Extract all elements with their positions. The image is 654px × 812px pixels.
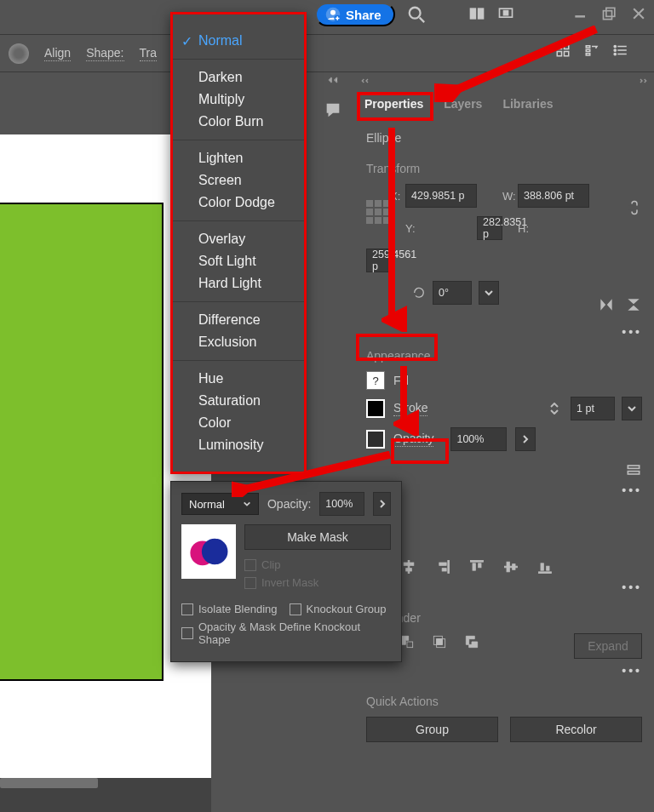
arrange-documents-icon[interactable]: [468, 5, 485, 22]
blend-mode-multiply[interactable]: Multiply: [173, 89, 304, 111]
blend-mode-screen[interactable]: Screen: [173, 169, 304, 192]
clip-checkbox[interactable]: Clip: [261, 558, 280, 571]
svg-rect-38: [442, 569, 446, 571]
blend-mode-color-dodge[interactable]: Color Dodge: [173, 192, 304, 214]
transform-more-options[interactable]: •••: [622, 325, 642, 339]
svg-point-1: [330, 10, 336, 15]
opacity-mask-thumbnail[interactable]: [181, 524, 236, 579]
shape-menu[interactable]: Shape:: [86, 46, 123, 61]
fill-swatch[interactable]: ?: [366, 371, 385, 390]
svg-rect-45: [539, 572, 552, 574]
blend-mode-color[interactable]: Color: [173, 412, 304, 434]
expand-button[interactable]: Expand: [574, 633, 642, 659]
stroke-swatch[interactable]: [366, 399, 385, 418]
align-right-icon[interactable]: [434, 558, 451, 575]
pathfinder-intersect-icon[interactable]: [431, 633, 448, 650]
blend-mode-overlay[interactable]: Overlay: [173, 228, 304, 250]
group-button[interactable]: Group: [366, 717, 498, 742]
blend-mode-menu[interactable]: NormalDarkenMultiplyColor BurnLightenScr…: [170, 12, 307, 474]
align-bottom-icon[interactable]: [536, 558, 554, 575]
rotate-field[interactable]: 0°: [433, 281, 472, 305]
fx-icon[interactable]: [625, 461, 642, 478]
transform-menu[interactable]: Tra: [140, 46, 157, 61]
arrow-appearance-to-opacity: [393, 366, 419, 436]
restore-icon[interactable]: [601, 5, 618, 22]
svg-rect-34: [404, 563, 414, 565]
svg-rect-43: [507, 562, 509, 572]
blend-mode-difference[interactable]: Difference: [173, 309, 304, 331]
svg-rect-28: [628, 466, 639, 468]
blend-mode-exclusion[interactable]: Exclusion: [173, 331, 304, 353]
search-icon[interactable]: [407, 5, 426, 24]
svg-rect-44: [513, 564, 515, 570]
rotate-icon: [412, 286, 426, 300]
pathfinder-more-options[interactable]: •••: [366, 664, 642, 678]
opacity-mask-shape-checkbox[interactable]: Opacity & Mask Define Knockout Shape: [198, 620, 391, 646]
opacity-popup-button[interactable]: [515, 427, 536, 451]
w-field[interactable]: 388.806 pt: [518, 184, 589, 208]
knockout-group-checkbox[interactable]: Knockout Group: [307, 603, 387, 615]
stroke-stepper[interactable]: [550, 398, 564, 419]
svg-rect-47: [547, 566, 549, 570]
blend-mode-lighten[interactable]: Lighten: [173, 147, 304, 169]
isolate-blending-checkbox[interactable]: Isolate Blending: [198, 603, 278, 615]
blend-mode-color-burn[interactable]: Color Burn: [173, 111, 304, 133]
svg-rect-37: [439, 563, 446, 565]
svg-rect-29: [628, 472, 639, 474]
align-more-options[interactable]: •••: [366, 580, 642, 594]
transform-heading: Transform: [366, 162, 642, 175]
collapse-right-icon[interactable]: [634, 77, 647, 85]
flip-vertical-icon[interactable]: [625, 296, 642, 313]
selection-thumb[interactable]: [9, 43, 29, 64]
opacity-swatch[interactable]: [366, 430, 385, 449]
object-type-label: Ellipse: [366, 131, 642, 145]
share-button[interactable]: Share: [315, 3, 395, 26]
blend-mode-soft-light[interactable]: Soft Light: [173, 250, 304, 272]
recolor-button[interactable]: Recolor: [510, 717, 642, 742]
blend-mode-hard-light[interactable]: Hard Light: [173, 272, 304, 294]
stroke-size-field[interactable]: 1 pt: [571, 397, 615, 420]
blend-mode-saturation[interactable]: Saturation: [173, 390, 304, 412]
pathfinder-exclude-icon[interactable]: [463, 633, 480, 650]
highlight-properties-tab: [357, 92, 433, 121]
x-field[interactable]: 429.9851 p: [405, 184, 477, 208]
invert-mask-checkbox[interactable]: Invert Mask: [261, 576, 318, 589]
flip-horizontal-icon[interactable]: [598, 296, 615, 313]
collapse-left-icon[interactable]: [361, 77, 375, 85]
align-hcenter-icon[interactable]: [400, 558, 417, 575]
svg-rect-46: [541, 563, 543, 570]
make-mask-button[interactable]: Make Mask: [244, 524, 391, 550]
quick-actions-heading: Quick Actions: [366, 695, 642, 708]
w-label: W:: [502, 190, 518, 203]
svg-rect-11: [604, 11, 612, 20]
opacity-value-field[interactable]: 100%: [450, 427, 507, 451]
list-icon[interactable]: [613, 43, 628, 58]
blend-mode-darken[interactable]: Darken: [173, 66, 304, 89]
svg-rect-41: [479, 563, 481, 568]
close-icon[interactable]: [630, 5, 647, 22]
y-label: Y:: [405, 222, 477, 235]
artboard[interactable]: [0, 203, 164, 681]
rotate-dropdown[interactable]: [479, 281, 499, 305]
popover-opacity-label: Opacity:: [267, 497, 311, 511]
align-top-icon[interactable]: [468, 558, 485, 575]
align-menu[interactable]: Align: [44, 46, 71, 61]
share-label: Share: [346, 8, 382, 22]
constrain-proportions-icon[interactable]: [627, 192, 642, 223]
scrollbar-horizontal[interactable]: [0, 778, 98, 788]
svg-rect-10: [606, 8, 615, 16]
svg-line-4: [420, 18, 425, 22]
blend-mode-normal[interactable]: Normal: [173, 30, 304, 52]
align-vcenter-icon[interactable]: [502, 558, 519, 575]
arrow-opacity-to-dropdown: [232, 451, 393, 497]
dock-collapse-icon[interactable]: [328, 71, 347, 89]
y-field[interactable]: 282.8351 p: [477, 216, 502, 240]
blend-mode-hue[interactable]: Hue: [173, 368, 304, 390]
appearance-more-options[interactable]: •••: [366, 483, 642, 497]
quick-actions-section: Quick Actions Group Recolor: [354, 684, 654, 749]
comment-panel-icon[interactable]: [324, 100, 342, 119]
screen-mode-icon[interactable]: [497, 5, 514, 22]
minimize-icon[interactable]: [572, 5, 589, 22]
arrow-properties-to-appearance: [382, 128, 407, 332]
stroke-size-dropdown[interactable]: [622, 397, 642, 420]
